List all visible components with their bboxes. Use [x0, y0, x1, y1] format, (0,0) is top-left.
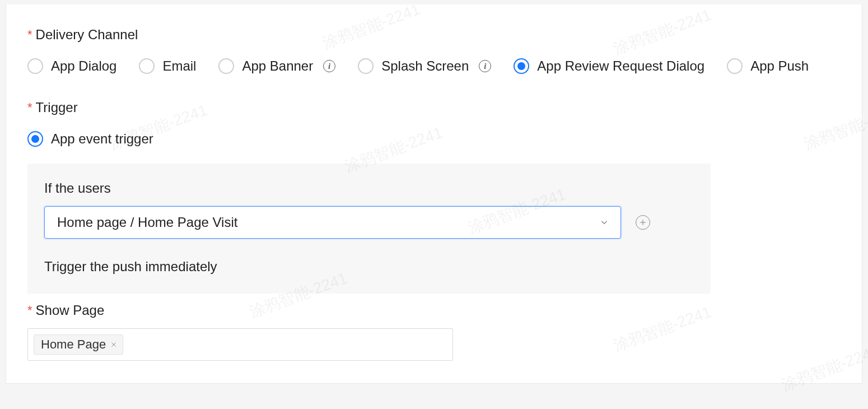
trigger-event-select-value: Home page / Home Page Visit — [57, 215, 237, 230]
required-asterisk: * — [27, 304, 32, 317]
plus-icon — [639, 219, 647, 226]
trigger-sublabel: If the users — [44, 180, 694, 196]
trigger-event-select[interactable]: Home page / Home Page Visit — [44, 206, 621, 239]
delivery-channel-app-review-request[interactable]: App Review Request Dialog — [514, 58, 704, 74]
delivery-channel-app-banner[interactable]: App Banner i — [218, 58, 335, 74]
radio-label: App Review Request Dialog — [537, 58, 704, 74]
show-page-label-text: Show Page — [36, 303, 105, 318]
show-page-label: * Show Page — [27, 303, 841, 318]
required-asterisk: * — [27, 101, 32, 114]
radio-icon — [27, 58, 43, 74]
radio-label: App Banner — [242, 58, 313, 74]
delivery-channel-email[interactable]: Email — [139, 58, 196, 74]
delivery-channel-app-push[interactable]: App Push — [727, 58, 809, 74]
radio-icon — [727, 58, 743, 74]
close-icon — [110, 341, 117, 348]
required-asterisk: * — [27, 29, 32, 41]
radio-label: App event trigger — [51, 131, 153, 147]
show-page-tag-label: Home Page — [41, 337, 106, 352]
delivery-channel-splash-screen[interactable]: Splash Screen i — [358, 58, 491, 74]
trigger-note: Trigger the push immediately — [44, 259, 694, 275]
delivery-channel-app-dialog[interactable]: App Dialog — [27, 58, 116, 74]
radio-label: Splash Screen — [381, 58, 469, 74]
tag-remove-button[interactable] — [110, 340, 117, 350]
delivery-channel-label: * Delivery Channel — [27, 27, 841, 43]
info-icon[interactable]: i — [323, 60, 335, 72]
trigger-options: App event trigger — [27, 131, 841, 147]
delivery-channel-options: App Dialog Email App Banner i Splash Scr… — [27, 58, 841, 74]
radio-icon — [218, 58, 234, 74]
chevron-down-icon — [599, 217, 609, 227]
radio-icon — [139, 58, 155, 74]
radio-label: Email — [162, 58, 196, 74]
radio-icon — [27, 131, 43, 147]
radio-icon — [358, 58, 374, 74]
show-page-tag: Home Page — [34, 334, 123, 355]
trigger-label: * Trigger — [27, 100, 841, 115]
add-trigger-button[interactable] — [636, 215, 650, 230]
trigger-label-text: Trigger — [36, 100, 78, 115]
radio-icon — [514, 58, 529, 74]
settings-card: 涂鸦智能-2241 涂鸦智能-2241 涂鸦智能-2241 涂鸦智能-2241 … — [6, 4, 862, 384]
trigger-config-box: If the users Home page / Home Page Visit… — [27, 164, 711, 294]
info-icon[interactable]: i — [479, 60, 491, 72]
trigger-app-event[interactable]: App event trigger — [27, 131, 153, 147]
delivery-channel-label-text: Delivery Channel — [36, 27, 138, 43]
radio-label: App Dialog — [51, 58, 116, 74]
radio-label: App Push — [750, 58, 809, 74]
show-page-input[interactable]: Home Page — [27, 328, 453, 361]
